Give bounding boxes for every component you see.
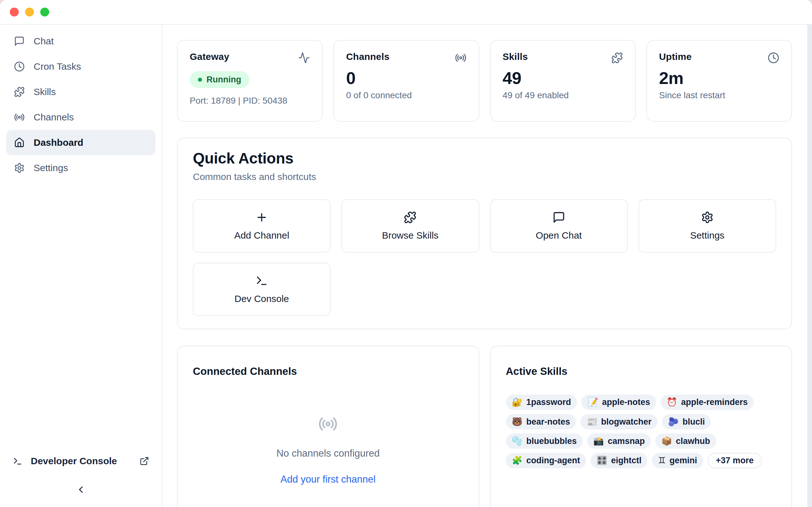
skill-chip-1password[interactable]: 🔐 1password [506, 395, 577, 410]
sidebar-footer: Developer Console [6, 456, 155, 495]
status-badge: Running [190, 71, 249, 88]
skill-emoji: 📦 [661, 436, 672, 446]
app-window: Chat Cron Tasks Skills Channels [0, 0, 812, 507]
close-button[interactable] [10, 8, 19, 16]
sidebar-item-dashboard[interactable]: Dashboard [6, 130, 155, 155]
sidebar-item-channels[interactable]: Channels [6, 105, 155, 130]
zoom-button[interactable] [40, 8, 49, 16]
main-area: Gateway Running Port: 18789 | PID: 50438 [162, 25, 812, 507]
quick-action-button-add-channel[interactable]: Add Channel [193, 199, 331, 252]
stat-detail: Since last restart [659, 90, 779, 101]
stat-value: 2m [659, 68, 779, 88]
sidebar-item-cron-tasks[interactable]: Cron Tasks [6, 54, 155, 79]
quick-actions-panel: Quick Actions Common tasks and shortcuts… [177, 137, 792, 329]
stat-card-uptime: Uptime 2m Since last restart [647, 40, 792, 122]
quick-action-label: Dev Console [235, 293, 289, 304]
external-link-icon [140, 456, 149, 466]
titlebar [0, 0, 812, 25]
stat-title: Channels [346, 51, 390, 62]
quick-actions-title: Quick Actions [193, 150, 776, 167]
radio-icon [14, 112, 25, 123]
minimize-button[interactable] [25, 8, 34, 16]
skill-chip-camsnap[interactable]: 📸 camsnap [587, 434, 651, 449]
chat-icon [553, 211, 565, 224]
add-first-channel-link[interactable]: Add your first channel [281, 474, 375, 485]
radio-icon [455, 52, 467, 64]
plus-icon [255, 211, 268, 224]
puzzle-icon [611, 52, 623, 64]
sidebar-item-label: Settings [34, 163, 68, 173]
stat-detail: 49 of 49 enabled [503, 90, 623, 101]
skill-chip-coding-agent[interactable]: 🧩 coding-agent [506, 453, 586, 468]
skill-name: coding-agent [526, 455, 580, 465]
radio-icon [318, 414, 338, 434]
developer-console-label: Developer Console [31, 456, 117, 466]
terminal-icon [255, 274, 268, 287]
quick-action-button-dev-console[interactable]: Dev Console [193, 263, 331, 316]
skill-name: 1password [526, 397, 571, 407]
more-skills-chip[interactable]: +37 more [708, 453, 762, 468]
stat-title: Uptime [659, 51, 692, 62]
sidebar-item-label: Cron Tasks [34, 61, 81, 72]
quick-action-label: Browse Skills [382, 230, 438, 241]
quick-action-button-settings[interactable]: Settings [639, 199, 776, 252]
status-dot [198, 78, 202, 82]
skill-emoji: 📸 [593, 436, 604, 446]
skills-chip-list: 🔐 1password 📝 apple-notes ⏰ [506, 395, 776, 468]
sidebar-nav: Chat Cron Tasks Skills Channels [6, 29, 155, 181]
stat-title: Skills [503, 51, 528, 62]
skill-chip-eightctl[interactable]: 🎛️ eightctl [591, 453, 648, 468]
skill-chip-gemini[interactable]: ♊ gemini [652, 453, 703, 468]
channels-empty-text: No channels configured [276, 448, 380, 459]
skill-chip-clawhub[interactable]: 📦 clawhub [655, 434, 716, 449]
stat-detail: Port: 18789 | PID: 50438 [190, 96, 310, 106]
sidebar-item-settings[interactable]: Settings [6, 155, 155, 181]
skill-emoji: 📰 [587, 417, 597, 427]
sidebar-item-chat[interactable]: Chat [6, 29, 155, 54]
active-skills-panel: Active Skills 🔐 1password 📝 [490, 346, 792, 507]
skill-name: gemini [670, 455, 697, 465]
stat-card-channels: Channels 0 0 of 0 connected [334, 40, 479, 122]
stats-row: Gateway Running Port: 18789 | PID: 50438 [177, 40, 792, 122]
skill-name: bluebubbles [526, 436, 577, 446]
stat-title: Gateway [190, 51, 229, 62]
sidebar: Chat Cron Tasks Skills Channels [0, 25, 162, 507]
skill-name: camsnap [608, 436, 645, 446]
skill-chip-apple-reminders[interactable]: ⏰ apple-reminders [661, 395, 754, 410]
skill-emoji: 🎛️ [597, 455, 607, 465]
connected-channels-title: Connected Channels [193, 365, 463, 377]
collapse-sidebar-button[interactable] [6, 484, 155, 495]
skill-name: blogwatcher [601, 417, 652, 427]
quick-action-button-open-chat[interactable]: Open Chat [490, 199, 628, 252]
skill-name: blucli [682, 417, 705, 427]
stat-value: 0 [346, 68, 466, 88]
skill-emoji: ⏰ [667, 397, 677, 407]
sidebar-item-skills[interactable]: Skills [6, 79, 155, 105]
home-icon [14, 137, 25, 148]
developer-console-button[interactable]: Developer Console [6, 456, 155, 466]
skill-chip-blucli[interactable]: 🫐 blucli [662, 414, 711, 429]
sidebar-item-label: Channels [34, 112, 74, 123]
terminal-icon [13, 456, 22, 466]
quick-action-button-browse-skills[interactable]: Browse Skills [341, 199, 479, 252]
skill-emoji: 🫐 [668, 417, 679, 427]
skill-emoji: 🔐 [512, 397, 523, 407]
skill-chip-bluebubbles[interactable]: 🫧 bluebubbles [506, 434, 583, 449]
dashboard-page: Gateway Running Port: 18789 | PID: 50438 [162, 25, 807, 507]
window-content: Chat Cron Tasks Skills Channels [0, 25, 812, 507]
quick-action-label: Add Channel [234, 230, 289, 241]
skill-emoji: 🧩 [512, 455, 523, 465]
scrollbar[interactable] [807, 25, 812, 507]
skill-chip-blogwatcher[interactable]: 📰 blogwatcher [580, 414, 658, 429]
skill-chip-apple-notes[interactable]: 📝 apple-notes [581, 395, 656, 410]
chat-icon [14, 36, 25, 47]
puzzle-icon [14, 87, 25, 97]
sidebar-item-label: Dashboard [34, 137, 84, 148]
skill-chip-bear-notes[interactable]: 🐻 bear-notes [506, 414, 576, 429]
quick-action-label: Open Chat [536, 230, 582, 241]
stat-card-skills: Skills 49 49 of 49 enabled [490, 40, 636, 122]
stat-card-gateway: Gateway Running Port: 18789 | PID: 50438 [177, 40, 322, 122]
sidebar-item-label: Chat [34, 36, 54, 47]
clock-icon [14, 61, 25, 72]
skill-name: eightctl [611, 455, 641, 465]
